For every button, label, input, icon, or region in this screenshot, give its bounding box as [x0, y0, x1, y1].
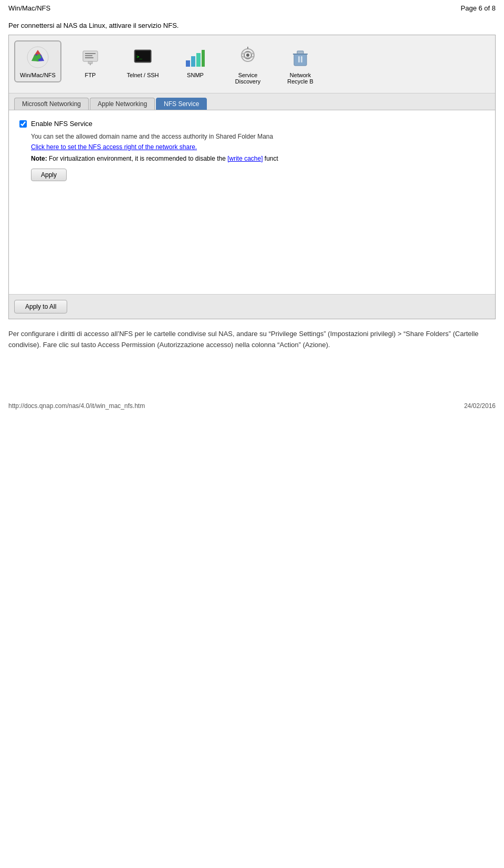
svg-rect-11 [196, 53, 201, 67]
note-strong: Note: [31, 155, 47, 162]
checkbox-row: Enable NFS Service [19, 120, 485, 128]
telnet-icon: >_ [130, 45, 155, 70]
note-body: For virtualization environment, it is re… [47, 155, 228, 162]
svg-rect-3 [85, 55, 92, 56]
info-text: You can set the allowed domain name and … [31, 133, 485, 140]
svg-rect-21 [298, 56, 300, 62]
bottom-bar: Apply to All [9, 294, 495, 319]
enable-nfs-checkbox[interactable] [19, 120, 27, 128]
svg-rect-4 [85, 57, 93, 58]
note-link[interactable]: [write cache] [227, 155, 262, 162]
servicediscovery-icon [235, 45, 260, 70]
icon-networkrecycle[interactable]: Network Recycle B [277, 40, 324, 89]
networkrecycle-label: Network Recycle B [280, 72, 321, 85]
ftp-icon [78, 45, 103, 70]
nfs-link[interactable]: Click here to set the NFS access right o… [31, 143, 485, 151]
servicediscovery-label: Service Discovery [227, 72, 268, 85]
icon-winmacnfs[interactable]: Win/Mac/NFS [14, 40, 61, 82]
page-header: Win/Mac/NFS Page 6 of 8 [0, 0, 504, 16]
note-text: Note: For virtualization environment, it… [31, 155, 485, 162]
winmacnfs-label: Win/Mac/NFS [20, 72, 56, 78]
svg-text:>_: >_ [136, 54, 142, 59]
telnet-label: Telnet / SSH [127, 72, 159, 78]
enable-nfs-label[interactable]: Enable NFS Service [31, 120, 92, 128]
svg-rect-5 [88, 61, 92, 64]
icon-telnet[interactable]: >_ Telnet / SSH [119, 40, 166, 82]
note-suffix: funct [263, 155, 278, 162]
page-pagination: Page 6 of 8 [461, 4, 496, 12]
intro-text: Per connettersi al NAS da Linux, attivar… [8, 22, 496, 29]
tab-apple[interactable]: Apple Networking [90, 98, 155, 110]
main-content: Per connettersi al NAS da Linux, attivar… [0, 16, 504, 365]
tab-microsoft[interactable]: Microsoft Networking [14, 98, 89, 110]
winmacnfs-icon [25, 45, 50, 70]
svg-rect-9 [186, 60, 190, 67]
svg-rect-22 [301, 56, 302, 62]
icon-ftp[interactable]: FTP [67, 40, 114, 82]
ftp-label: FTP [85, 72, 96, 78]
snmp-icon [183, 45, 208, 70]
svg-rect-12 [202, 50, 205, 67]
snmp-label: SNMP [187, 72, 204, 78]
icon-row: Win/Mac/NFS FTP [9, 35, 495, 93]
footer-date: 24/02/2016 [464, 402, 496, 410]
svg-rect-2 [85, 53, 96, 54]
tab-nfs[interactable]: NFS Service [156, 98, 207, 110]
page-title: Win/Mac/NFS [8, 4, 50, 12]
tab-row: Microsoft Networking Apple Networking NF… [9, 93, 495, 110]
networkrecycle-icon [288, 45, 313, 70]
svg-point-15 [246, 54, 249, 57]
panel-body: Enable NFS Service You can set the allow… [9, 110, 495, 294]
page-footer: http://docs.qnap.com/nas/4.0/it/win_mac_… [0, 397, 504, 415]
footer-url: http://docs.qnap.com/nas/4.0/it/win_mac_… [8, 402, 145, 410]
panel: Win/Mac/NFS FTP [8, 35, 496, 319]
body-paragraph-1: Per configurare i diritti di accesso all… [8, 329, 496, 351]
svg-rect-18 [294, 54, 307, 66]
body-paragraphs: Per configurare i diritti di accesso all… [8, 329, 496, 351]
icon-snmp[interactable]: SNMP [172, 40, 219, 82]
apply-button[interactable]: Apply [31, 169, 67, 181]
svg-rect-10 [191, 56, 195, 67]
icon-servicediscovery[interactable]: Service Discovery [224, 40, 271, 89]
apply-all-button[interactable]: Apply to All [14, 300, 67, 313]
